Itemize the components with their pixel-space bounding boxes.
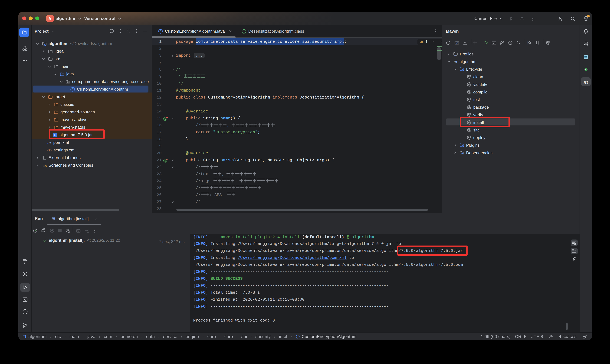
svg-text:C: C xyxy=(297,335,299,338)
